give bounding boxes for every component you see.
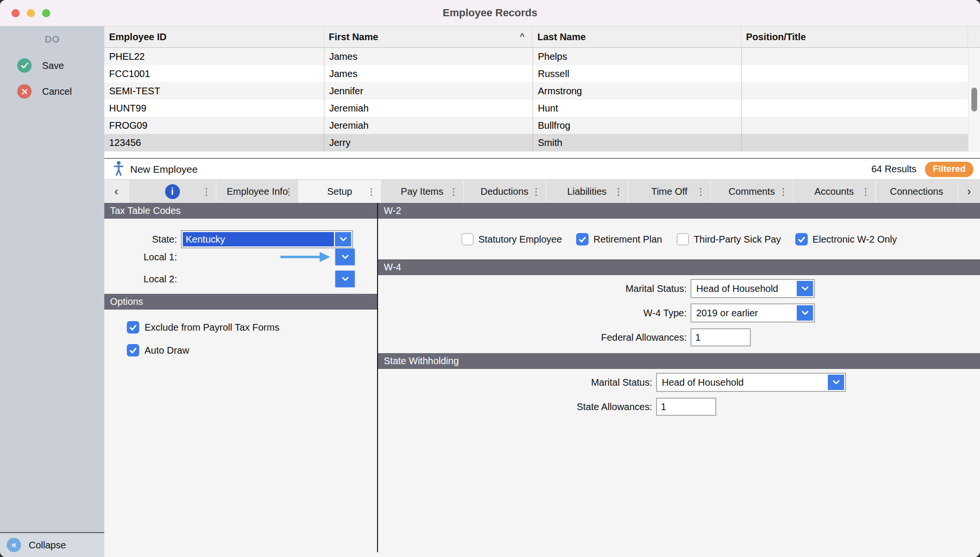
titlebar: Employee Records xyxy=(0,0,980,26)
local2-dropdown-button[interactable] xyxy=(335,270,355,288)
tab-menu-dots-icon: ⋮ xyxy=(367,186,376,197)
local2-label: Local 2: xyxy=(104,274,177,285)
w4-type-dropdown-button[interactable] xyxy=(797,305,813,321)
tab-connections[interactable]: Connections xyxy=(875,180,958,203)
cell-last-name: Phelps xyxy=(533,48,741,65)
tab-menu-dots-icon: ⋮ xyxy=(779,186,788,197)
state-dropdown-value: Kentucky xyxy=(183,232,334,246)
section-header-tax-table-codes: Tax Table Codes xyxy=(104,203,377,219)
section-header-w2: W-2 xyxy=(378,203,980,219)
tabs-scroll-right-button[interactable]: › xyxy=(958,180,980,203)
save-label: Save xyxy=(42,60,64,71)
w4-marital-status-label: Marital Status: xyxy=(378,283,687,294)
state-marital-status-value: Head of Household xyxy=(658,375,827,390)
state-marital-status-dropdown[interactable]: Head of Household xyxy=(656,373,846,392)
table-row[interactable]: SEMI-TEST Jennifer Armstrong xyxy=(104,82,980,100)
w4-marital-status-dropdown-button[interactable] xyxy=(797,281,813,296)
retirement-plan-checkbox[interactable] xyxy=(576,233,589,245)
tab-time-off[interactable]: Time Off ⋮ xyxy=(628,180,710,203)
third-party-sick-pay-option: Third-Party Sick Pay xyxy=(677,233,781,245)
auto-draw-checkbox[interactable] xyxy=(127,344,139,356)
cell-first-name: Jerry xyxy=(324,134,533,151)
column-header-last-name[interactable]: Last Name xyxy=(533,26,741,47)
w4-type-row: W-4 Type: 2019 or earlier xyxy=(378,303,980,323)
cell-position-title xyxy=(741,65,968,82)
federal-allowances-input[interactable]: 1 xyxy=(690,328,751,346)
table-vertical-scrollbar[interactable] xyxy=(968,48,980,151)
third-party-sick-pay-label: Third-Party Sick Pay xyxy=(694,234,781,245)
column-header-employee-id[interactable]: Employee ID xyxy=(104,26,324,47)
tab-menu-dots-icon: ⋮ xyxy=(284,186,293,197)
state-marital-status-label: Marital Status: xyxy=(378,377,652,388)
employee-table: Employee ID First Name ^ Last Name Posit… xyxy=(104,26,980,158)
third-party-sick-pay-checkbox[interactable] xyxy=(677,233,689,245)
tabs-scroll-left-button[interactable]: ‹ xyxy=(104,180,128,203)
tab-accounts[interactable]: Accounts ⋮ xyxy=(793,180,875,203)
tab-menu-dots-icon: ⋮ xyxy=(532,186,541,197)
state-marital-status-dropdown-button[interactable] xyxy=(828,375,844,390)
table-row[interactable]: HUNT99 Jeremiah Hunt xyxy=(104,100,980,117)
column-header-first-name[interactable]: First Name ^ xyxy=(324,26,533,47)
employee-records-window: Employee Records DO Save Cancel « Collap… xyxy=(0,0,980,557)
left-panel: Tax Table Codes State: Kentucky Local 1: xyxy=(104,203,377,557)
statutory-employee-option: Statutory Employee xyxy=(461,233,562,245)
tab-setup[interactable]: Setup ⋮ xyxy=(298,180,380,203)
w4-marital-status-dropdown[interactable]: Head of Household xyxy=(690,279,815,298)
exclude-payroll-option: Exclude from Payroll Tax Forms xyxy=(127,320,377,334)
filtered-badge[interactable]: Filtered xyxy=(925,162,973,177)
tab-pay-items[interactable]: Pay Items ⋮ xyxy=(380,180,463,203)
collapse-label: Collapse xyxy=(29,540,66,551)
tab-liabilities[interactable]: Liabilities ⋮ xyxy=(546,180,628,203)
record-title: New Employee xyxy=(130,164,198,175)
cell-first-name: James xyxy=(324,48,533,65)
state-row: State: Kentucky xyxy=(104,230,377,248)
state-allowances-row: State Allowances: 1 xyxy=(378,397,980,416)
w2-checkbox-row: Statutory Employee Retirement Plan Third… xyxy=(378,233,980,245)
cell-employee-id: PHEL22 xyxy=(104,48,324,65)
cell-employee-id: HUNT99 xyxy=(104,100,324,117)
cell-first-name: Jeremiah xyxy=(324,100,533,117)
tab-menu-dots-icon: ⋮ xyxy=(202,186,211,197)
retirement-plan-label: Retirement Plan xyxy=(593,234,662,245)
collapse-button[interactable]: « Collapse xyxy=(0,532,104,557)
exclude-payroll-checkbox[interactable] xyxy=(127,321,139,334)
tab-info[interactable]: i ⋮ xyxy=(128,180,216,203)
state-allowances-input[interactable]: 1 xyxy=(656,398,716,416)
tab-menu-dots-icon: ⋮ xyxy=(449,186,458,197)
state-marital-status-row: Marital Status: Head of Household xyxy=(378,373,980,392)
w4-type-dropdown[interactable]: 2019 or earlier xyxy=(690,303,815,323)
x-circle-icon xyxy=(17,84,32,99)
table-row[interactable]: PHEL22 James Phelps xyxy=(104,48,980,65)
table-row[interactable]: FROG09 Jeremiah Bullfrog xyxy=(104,117,980,134)
cancel-button[interactable]: Cancel xyxy=(17,84,104,99)
tab-comments[interactable]: Comments ⋮ xyxy=(710,180,792,203)
tab-employee-info[interactable]: Employee Info ⋮ xyxy=(216,180,298,203)
electronic-w2-only-option: Electronic W-2 Only xyxy=(795,233,897,245)
cell-position-title xyxy=(741,48,968,65)
cell-first-name: Jennifer xyxy=(324,82,533,100)
electronic-w2-only-label: Electronic W-2 Only xyxy=(813,234,897,245)
w4-marital-status-value: Head of Household xyxy=(692,281,796,296)
state-allowances-label: State Allowances: xyxy=(378,401,652,412)
table-row-selected[interactable]: 123456 Jerry Smith xyxy=(104,134,980,151)
state-dropdown[interactable]: Kentucky xyxy=(181,230,353,248)
page-title: Employee Records xyxy=(0,7,980,19)
auto-draw-label: Auto Draw xyxy=(145,345,189,356)
electronic-w2-only-checkbox[interactable] xyxy=(795,233,808,245)
statutory-employee-checkbox[interactable] xyxy=(461,233,474,245)
column-header-position-title[interactable]: Position/Title xyxy=(741,26,968,47)
cell-position-title xyxy=(741,117,968,134)
cell-first-name: James xyxy=(324,65,533,82)
table-horizontal-scroll-strip[interactable] xyxy=(104,151,980,158)
scrollbar-thumb[interactable] xyxy=(971,88,977,111)
save-button[interactable]: Save xyxy=(17,58,104,73)
state-label: State: xyxy=(104,234,177,245)
sidebar-group-label: DO xyxy=(0,26,104,45)
state-dropdown-button[interactable] xyxy=(335,232,351,246)
cancel-label: Cancel xyxy=(42,86,72,97)
table-row[interactable]: FCC1001 James Russell xyxy=(104,65,980,82)
w4-marital-status-row: Marital Status: Head of Household xyxy=(378,279,980,298)
local1-dropdown-button[interactable] xyxy=(335,248,355,266)
w4-type-value: 2019 or earlier xyxy=(692,305,796,321)
tab-deductions[interactable]: Deductions ⋮ xyxy=(463,180,546,203)
